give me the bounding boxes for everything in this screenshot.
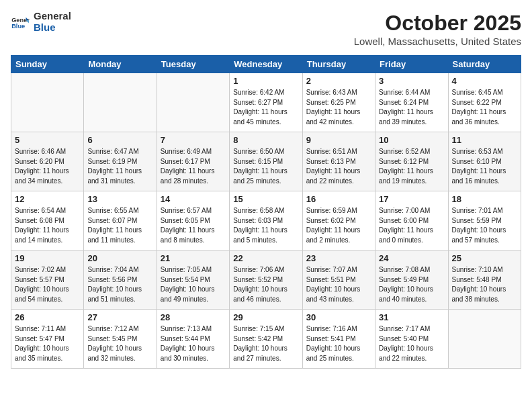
- week-row-3: 12Sunrise: 6:54 AM Sunset: 6:08 PM Dayli…: [11, 191, 521, 250]
- day-info: Sunrise: 7:10 AM Sunset: 5:48 PM Dayligh…: [452, 265, 517, 304]
- day-number: 5: [15, 135, 80, 145]
- header-row: SundayMondayTuesdayWednesdayThursdayFrid…: [11, 56, 521, 73]
- day-info: Sunrise: 6:51 AM Sunset: 6:13 PM Dayligh…: [306, 147, 371, 186]
- calendar-cell: [448, 310, 521, 369]
- day-info: Sunrise: 7:17 AM Sunset: 5:40 PM Dayligh…: [379, 324, 444, 363]
- calendar-cell: 21Sunrise: 7:05 AM Sunset: 5:54 PM Dayli…: [157, 250, 229, 310]
- calendar-cell: 17Sunrise: 7:00 AM Sunset: 6:00 PM Dayli…: [375, 191, 448, 250]
- day-number: 7: [161, 135, 226, 145]
- day-number: 12: [15, 194, 80, 204]
- calendar-cell: 27Sunrise: 7:12 AM Sunset: 5:45 PM Dayli…: [84, 310, 157, 369]
- day-info: Sunrise: 6:57 AM Sunset: 6:05 PM Dayligh…: [161, 206, 226, 245]
- calendar-cell: 13Sunrise: 6:55 AM Sunset: 6:07 PM Dayli…: [84, 191, 157, 250]
- day-info: Sunrise: 6:52 AM Sunset: 6:12 PM Dayligh…: [379, 147, 444, 186]
- day-info: Sunrise: 6:45 AM Sunset: 6:22 PM Dayligh…: [452, 88, 517, 127]
- day-number: 9: [306, 135, 371, 145]
- calendar-cell: 7Sunrise: 6:49 AM Sunset: 6:17 PM Daylig…: [157, 132, 229, 191]
- logo-icon: General Blue: [11, 15, 30, 29]
- day-number: 15: [233, 194, 298, 204]
- calendar-cell: 31Sunrise: 7:17 AM Sunset: 5:40 PM Dayli…: [375, 310, 448, 369]
- week-row-1: 1Sunrise: 6:42 AM Sunset: 6:27 PM Daylig…: [11, 73, 521, 132]
- day-number: 16: [306, 194, 371, 204]
- col-header-sunday: Sunday: [11, 56, 84, 73]
- day-info: Sunrise: 7:02 AM Sunset: 5:57 PM Dayligh…: [15, 265, 80, 304]
- day-info: Sunrise: 7:07 AM Sunset: 5:51 PM Dayligh…: [306, 265, 371, 304]
- day-info: Sunrise: 6:55 AM Sunset: 6:07 PM Dayligh…: [87, 206, 152, 245]
- calendar-cell: 28Sunrise: 7:13 AM Sunset: 5:44 PM Dayli…: [157, 310, 229, 369]
- day-info: Sunrise: 6:53 AM Sunset: 6:10 PM Dayligh…: [452, 147, 517, 186]
- logo: General Blue General Blue: [11, 11, 71, 33]
- day-number: 6: [87, 135, 152, 145]
- day-info: Sunrise: 7:01 AM Sunset: 5:59 PM Dayligh…: [452, 206, 517, 245]
- day-number: 22: [233, 253, 298, 263]
- day-number: 26: [15, 312, 80, 322]
- calendar-cell: 23Sunrise: 7:07 AM Sunset: 5:51 PM Dayli…: [302, 250, 375, 310]
- logo-general-text: General: [34, 11, 71, 22]
- day-number: 27: [87, 312, 152, 322]
- calendar-cell: 2Sunrise: 6:43 AM Sunset: 6:25 PM Daylig…: [302, 73, 375, 132]
- col-header-saturday: Saturday: [448, 56, 521, 73]
- week-row-5: 26Sunrise: 7:11 AM Sunset: 5:47 PM Dayli…: [11, 310, 521, 369]
- day-number: 21: [161, 253, 226, 263]
- logo-blue-text: Blue: [34, 22, 71, 34]
- day-number: 23: [306, 253, 371, 263]
- calendar-cell: 18Sunrise: 7:01 AM Sunset: 5:59 PM Dayli…: [448, 191, 521, 250]
- calendar-cell: 14Sunrise: 6:57 AM Sunset: 6:05 PM Dayli…: [157, 191, 229, 250]
- day-number: 20: [87, 253, 152, 263]
- day-number: 10: [379, 135, 444, 145]
- title-block: October 2025 Lowell, Massachusetts, Unit…: [354, 11, 521, 47]
- day-number: 25: [452, 253, 517, 263]
- day-info: Sunrise: 6:43 AM Sunset: 6:25 PM Dayligh…: [306, 88, 371, 127]
- day-number: 1: [233, 76, 298, 86]
- day-info: Sunrise: 6:46 AM Sunset: 6:20 PM Dayligh…: [15, 147, 80, 186]
- calendar-cell: [11, 73, 84, 132]
- day-info: Sunrise: 7:12 AM Sunset: 5:45 PM Dayligh…: [87, 324, 152, 363]
- day-info: Sunrise: 7:16 AM Sunset: 5:41 PM Dayligh…: [306, 324, 371, 363]
- day-info: Sunrise: 6:58 AM Sunset: 6:03 PM Dayligh…: [233, 206, 298, 245]
- calendar-cell: 20Sunrise: 7:04 AM Sunset: 5:56 PM Dayli…: [84, 250, 157, 310]
- calendar-table: SundayMondayTuesdayWednesdayThursdayFrid…: [11, 55, 521, 369]
- day-number: 13: [87, 194, 152, 204]
- calendar-cell: 30Sunrise: 7:16 AM Sunset: 5:41 PM Dayli…: [302, 310, 375, 369]
- calendar-cell: 11Sunrise: 6:53 AM Sunset: 6:10 PM Dayli…: [448, 132, 521, 191]
- calendar-cell: 3Sunrise: 6:44 AM Sunset: 6:24 PM Daylig…: [375, 73, 448, 132]
- day-info: Sunrise: 7:06 AM Sunset: 5:52 PM Dayligh…: [233, 265, 298, 304]
- day-info: Sunrise: 6:54 AM Sunset: 6:08 PM Dayligh…: [15, 206, 80, 245]
- day-number: 30: [306, 312, 371, 322]
- day-number: 14: [161, 194, 226, 204]
- calendar-cell: 9Sunrise: 6:51 AM Sunset: 6:13 PM Daylig…: [302, 132, 375, 191]
- day-info: Sunrise: 6:44 AM Sunset: 6:24 PM Dayligh…: [379, 88, 444, 127]
- calendar-cell: 1Sunrise: 6:42 AM Sunset: 6:27 PM Daylig…: [230, 73, 302, 132]
- day-info: Sunrise: 7:00 AM Sunset: 6:00 PM Dayligh…: [379, 206, 444, 245]
- month-title: October 2025: [354, 11, 521, 36]
- location-title: Lowell, Massachusetts, United States: [354, 36, 521, 47]
- calendar-cell: 25Sunrise: 7:10 AM Sunset: 5:48 PM Dayli…: [448, 250, 521, 310]
- calendar-cell: 8Sunrise: 6:50 AM Sunset: 6:15 PM Daylig…: [230, 132, 302, 191]
- calendar-cell: 4Sunrise: 6:45 AM Sunset: 6:22 PM Daylig…: [448, 73, 521, 132]
- day-number: 4: [452, 76, 517, 86]
- calendar-cell: 12Sunrise: 6:54 AM Sunset: 6:08 PM Dayli…: [11, 191, 84, 250]
- day-number: 28: [161, 312, 226, 322]
- week-row-4: 19Sunrise: 7:02 AM Sunset: 5:57 PM Dayli…: [11, 250, 521, 310]
- day-info: Sunrise: 7:13 AM Sunset: 5:44 PM Dayligh…: [161, 324, 226, 363]
- day-number: 18: [452, 194, 517, 204]
- day-info: Sunrise: 6:47 AM Sunset: 6:19 PM Dayligh…: [87, 147, 152, 186]
- col-header-friday: Friday: [375, 56, 448, 73]
- day-info: Sunrise: 7:11 AM Sunset: 5:47 PM Dayligh…: [15, 324, 80, 363]
- day-number: 19: [15, 253, 80, 263]
- day-info: Sunrise: 6:42 AM Sunset: 6:27 PM Dayligh…: [233, 88, 298, 127]
- calendar-cell: 10Sunrise: 6:52 AM Sunset: 6:12 PM Dayli…: [375, 132, 448, 191]
- col-header-wednesday: Wednesday: [230, 56, 302, 73]
- calendar-cell: 15Sunrise: 6:58 AM Sunset: 6:03 PM Dayli…: [230, 191, 302, 250]
- calendar-cell: 26Sunrise: 7:11 AM Sunset: 5:47 PM Dayli…: [11, 310, 84, 369]
- calendar-cell: 22Sunrise: 7:06 AM Sunset: 5:52 PM Dayli…: [230, 250, 302, 310]
- day-info: Sunrise: 7:08 AM Sunset: 5:49 PM Dayligh…: [379, 265, 444, 304]
- col-header-thursday: Thursday: [302, 56, 375, 73]
- day-number: 2: [306, 76, 371, 86]
- day-number: 11: [452, 135, 517, 145]
- calendar-cell: 24Sunrise: 7:08 AM Sunset: 5:49 PM Dayli…: [375, 250, 448, 310]
- day-info: Sunrise: 6:59 AM Sunset: 6:02 PM Dayligh…: [306, 206, 371, 245]
- svg-text:Blue: Blue: [11, 22, 25, 28]
- day-info: Sunrise: 7:15 AM Sunset: 5:42 PM Dayligh…: [233, 324, 298, 363]
- calendar-cell: 6Sunrise: 6:47 AM Sunset: 6:19 PM Daylig…: [84, 132, 157, 191]
